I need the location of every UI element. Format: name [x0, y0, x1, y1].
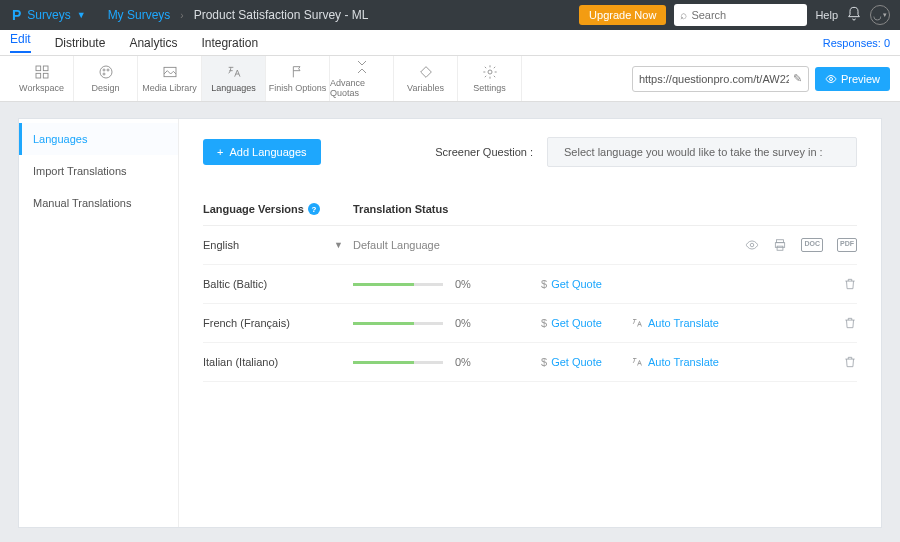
tool-finish-options[interactable]: Finish Options [266, 56, 330, 101]
survey-url-input[interactable] [639, 73, 789, 85]
translation-progress-bar [353, 322, 443, 325]
preview-button-label: Preview [841, 73, 880, 85]
breadcrumb-my-surveys[interactable]: My Surveys [108, 8, 171, 22]
translation-progress-bar [353, 361, 443, 364]
auto-translate-link[interactable]: Auto Translate [631, 356, 741, 368]
get-quote-label: Get Quote [551, 317, 602, 329]
search-icon: ⌕ [680, 8, 687, 22]
brand-logo-icon: P [12, 7, 21, 23]
help-tooltip-icon[interactable]: ? [308, 203, 320, 215]
add-languages-label: Add Languages [229, 146, 306, 158]
dollar-icon: $ [541, 356, 547, 368]
print-icon[interactable] [773, 238, 787, 252]
variables-icon [418, 64, 434, 80]
pencil-icon[interactable]: ✎ [793, 72, 802, 85]
auto-translate-link[interactable]: Auto Translate [631, 317, 741, 329]
preview-eye-icon[interactable] [745, 238, 759, 252]
language-row: French (Français) 0% $ Get Quote Auto Tr… [203, 304, 857, 343]
tab-analytics[interactable]: Analytics [129, 36, 177, 50]
tool-quotas-label: Advance Quotas [330, 78, 393, 98]
screener-question-text[interactable]: Select language you would like to take t… [547, 137, 857, 167]
tool-workspace-label: Workspace [19, 83, 64, 93]
plus-icon: + [217, 146, 223, 158]
status-default: Default Language [353, 239, 553, 251]
tool-settings[interactable]: Settings [458, 56, 522, 101]
get-quote-link[interactable]: $ Get Quote [541, 356, 631, 368]
sidebar-item-import-translations[interactable]: Import Translations [19, 155, 178, 187]
svg-rect-3 [43, 73, 48, 78]
language-name: Baltic (Baltic) [203, 278, 353, 290]
tab-edit[interactable]: Edit [10, 32, 31, 53]
preview-button[interactable]: Preview [815, 67, 890, 91]
user-avatar[interactable]: ◡▾ [870, 5, 890, 25]
translation-progress-bar [353, 283, 443, 286]
search-box[interactable]: ⌕ [674, 4, 807, 26]
add-languages-button[interactable]: + Add Languages [203, 139, 321, 165]
finish-icon [290, 64, 306, 80]
svg-rect-2 [36, 73, 41, 78]
chevron-down-icon: ▼ [77, 10, 86, 20]
tab-distribute[interactable]: Distribute [55, 36, 106, 50]
design-icon [98, 64, 114, 80]
translation-percent: 0% [455, 356, 489, 368]
responses-count[interactable]: Responses: 0 [823, 37, 890, 49]
tool-advance-quotas[interactable]: Advance Quotas [330, 56, 394, 101]
export-doc-icon[interactable]: DOC [801, 238, 823, 252]
caret-down-icon: ▼ [334, 240, 343, 250]
delete-icon[interactable] [843, 316, 857, 330]
tool-variables-label: Variables [407, 83, 444, 93]
delete-icon[interactable] [843, 277, 857, 291]
notifications-bell-icon[interactable] [846, 6, 862, 25]
tool-variables[interactable]: Variables [394, 56, 458, 101]
languages-icon [226, 64, 242, 80]
language-row: Italian (Italiano) 0% $ Get Quote Auto T… [203, 343, 857, 382]
tab-integration[interactable]: Integration [201, 36, 258, 50]
get-quote-label: Get Quote [551, 278, 602, 290]
workspace-icon [34, 64, 50, 80]
survey-url-box[interactable]: ✎ [632, 66, 809, 92]
tool-languages[interactable]: Languages [202, 56, 266, 101]
svg-point-6 [107, 69, 109, 71]
auto-translate-label: Auto Translate [648, 356, 719, 368]
language-name: French (Français) [203, 317, 353, 329]
translate-icon [631, 317, 643, 329]
translation-percent: 0% [455, 317, 489, 329]
tool-design[interactable]: Design [74, 56, 138, 101]
delete-icon[interactable] [843, 355, 857, 369]
header-translation-status: Translation Status [353, 203, 493, 215]
sidebar-item-manual-translations[interactable]: Manual Translations [19, 187, 178, 219]
tool-media-label: Media Library [142, 83, 197, 93]
brand-label: Surveys [27, 8, 70, 22]
get-quote-label: Get Quote [551, 356, 602, 368]
export-pdf-icon[interactable]: PDF [837, 238, 857, 252]
breadcrumb-separator-icon: › [180, 10, 183, 21]
tool-media-library[interactable]: Media Library [138, 56, 202, 101]
language-select[interactable]: English ▼ [203, 239, 353, 251]
help-link[interactable]: Help [815, 9, 838, 21]
svg-rect-14 [778, 246, 784, 250]
tool-finish-label: Finish Options [269, 83, 327, 93]
tool-settings-label: Settings [473, 83, 506, 93]
svg-point-11 [751, 243, 755, 247]
tool-workspace[interactable]: Workspace [10, 56, 74, 101]
brand-menu[interactable]: P Surveys ▼ [0, 0, 98, 30]
language-row: English ▼ Default Language DOC PDF [203, 226, 857, 265]
tool-design-label: Design [91, 83, 119, 93]
svg-point-10 [829, 77, 832, 80]
get-quote-link[interactable]: $ Get Quote [541, 317, 631, 329]
svg-rect-1 [43, 66, 48, 71]
upgrade-now-button[interactable]: Upgrade Now [579, 5, 666, 25]
tool-languages-label: Languages [211, 83, 256, 93]
breadcrumb-survey-title: Product Satisfaction Survey - ML [194, 8, 369, 22]
svg-point-9 [488, 70, 492, 74]
sidebar-item-languages[interactable]: Languages [19, 123, 178, 155]
svg-rect-0 [36, 66, 41, 71]
svg-point-5 [103, 69, 105, 71]
screener-question-label: Screener Question : [435, 146, 533, 158]
svg-rect-12 [777, 240, 784, 243]
header-language-versions: Language Versions [203, 203, 304, 215]
svg-point-7 [103, 73, 105, 75]
svg-point-4 [100, 66, 112, 78]
search-input[interactable] [691, 9, 801, 21]
get-quote-link[interactable]: $ Get Quote [541, 278, 631, 290]
